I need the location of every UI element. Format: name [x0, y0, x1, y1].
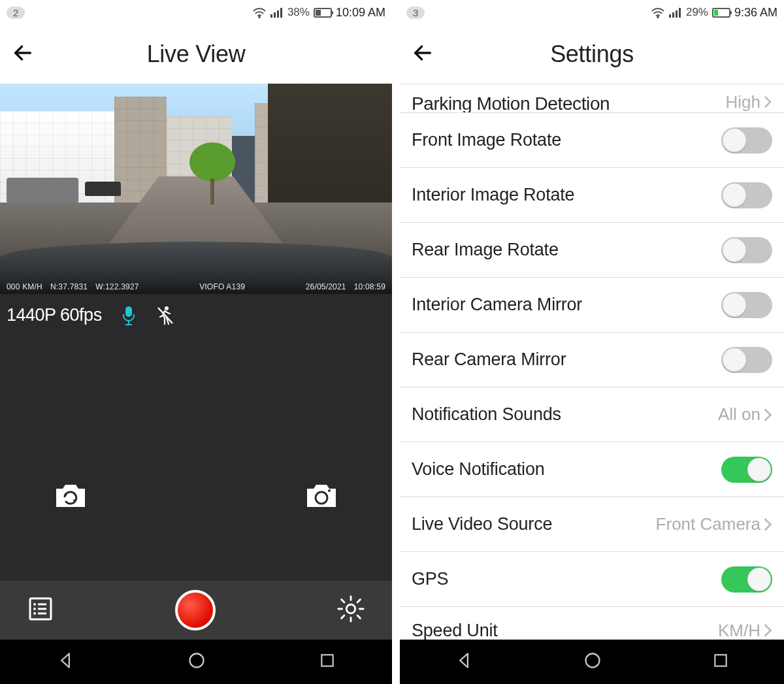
setting-row-parking-motion-detection[interactable]: Parking Motion Detection High	[400, 84, 784, 113]
toggle-rear-camera-mirror[interactable]	[721, 347, 772, 373]
setting-row-interior-camera-mirror[interactable]: Interior Camera Mirror	[400, 278, 784, 333]
microphone-icon[interactable]	[119, 304, 139, 327]
status-bar: 3 29% 9:36 AM	[400, 0, 784, 25]
wifi-icon	[651, 7, 665, 18]
svg-rect-2	[274, 12, 276, 18]
snapshot-button[interactable]	[303, 481, 340, 515]
battery-icon	[314, 8, 332, 18]
motion-detection-off-icon[interactable]	[155, 304, 175, 327]
svg-rect-25	[676, 10, 678, 18]
setting-value: All on	[718, 404, 772, 425]
page-title: Settings	[550, 41, 634, 68]
live-view-controls-area	[0, 336, 392, 581]
phone-live-view: 2 38% 10:09 AM Live View	[0, 0, 392, 684]
overlay-lat: N:37.7831	[50, 282, 88, 291]
svg-point-27	[585, 654, 599, 668]
svg-rect-28	[715, 655, 726, 666]
clock: 9:36 AM	[734, 6, 777, 20]
setting-row-live-video-source[interactable]: Live Video SourceFront Camera	[400, 497, 784, 552]
toggle-voice-notification[interactable]	[721, 457, 772, 483]
setting-value: High	[726, 95, 772, 108]
svg-point-11	[328, 489, 331, 492]
video-overlay-text: 000 KM/H N:37.7831 W:122.3927 VIOFO A139…	[0, 282, 392, 291]
svg-rect-1	[270, 14, 272, 18]
video-info-bar: 1440P 60fps	[0, 294, 392, 336]
nav-back-button[interactable]	[455, 651, 473, 672]
nav-home-button[interactable]	[583, 651, 602, 672]
battery-percentage: 29%	[686, 6, 708, 19]
setting-row-rear-camera-mirror[interactable]: Rear Camera Mirror	[400, 333, 784, 387]
svg-rect-3	[277, 10, 279, 18]
record-button[interactable]	[175, 590, 216, 630]
nav-home-button[interactable]	[188, 651, 206, 672]
android-nav-bar	[400, 640, 784, 684]
switch-camera-button[interactable]	[52, 481, 89, 515]
settings-button[interactable]	[336, 594, 366, 627]
toggle-front-image-rotate[interactable]	[721, 127, 772, 154]
resolution-label: 1440P 60fps	[7, 305, 102, 325]
nav-back-button[interactable]	[56, 651, 74, 672]
setting-row-interior-image-rotate[interactable]: Interior Image Rotate	[400, 168, 784, 223]
setting-row-notification-sounds[interactable]: Notification SoundsAll on	[400, 387, 784, 442]
setting-row-speed-unit[interactable]: Speed UnitKM/H	[400, 607, 784, 640]
svg-rect-24	[672, 12, 674, 18]
nav-recents-button[interactable]	[319, 652, 336, 672]
setting-label: Interior Image Rotate	[412, 185, 574, 205]
setting-label: Speed Unit	[412, 621, 498, 640]
setting-row-rear-image-rotate[interactable]: Rear Image Rotate	[400, 223, 784, 278]
signal-icon	[270, 7, 284, 18]
status-bar: 2 38% 10:09 AM	[0, 0, 392, 25]
title-bar: Settings	[400, 25, 784, 84]
svg-point-20	[189, 654, 203, 668]
setting-value: KM/H	[718, 621, 772, 640]
setting-label: Front Image Rotate	[412, 130, 561, 150]
setting-label: Voice Notification	[412, 459, 545, 480]
battery-percentage: 38%	[287, 6, 310, 19]
overlay-time: 10:08:59	[354, 282, 385, 291]
setting-label: Rear Image Rotate	[412, 240, 559, 260]
svg-rect-23	[669, 14, 671, 18]
notification-count-badge: 3	[406, 7, 425, 19]
setting-label: Notification Sounds	[412, 404, 561, 425]
overlay-speed: 000 KM/H	[7, 282, 42, 291]
settings-list[interactable]: Parking Motion Detection High Front Imag…	[400, 84, 784, 640]
setting-label: GPS	[412, 569, 448, 589]
svg-point-8	[165, 306, 169, 310]
live-video-feed[interactable]: 000 KM/H N:37.7831 W:122.3927 VIOFO A139…	[0, 84, 392, 294]
phone-settings: 3 29% 9:36 AM Settings	[400, 0, 784, 684]
svg-point-22	[657, 16, 659, 18]
signal-icon	[669, 7, 682, 18]
overlay-model: VIOFO A139	[199, 282, 245, 291]
nav-recents-button[interactable]	[712, 652, 729, 672]
toggle-interior-image-rotate[interactable]	[721, 182, 772, 208]
file-list-button[interactable]	[26, 594, 55, 626]
setting-label: Rear Camera Mirror	[412, 350, 566, 370]
bottom-toolbar	[0, 581, 392, 640]
setting-row-gps[interactable]: GPS	[400, 552, 784, 607]
back-button[interactable]	[12, 42, 34, 67]
setting-label: Parking Motion Detection	[412, 99, 610, 108]
notification-count-badge: 2	[7, 7, 25, 19]
setting-value: Front Camera	[656, 514, 772, 534]
svg-rect-4	[280, 8, 282, 18]
toggle-gps[interactable]	[721, 566, 772, 593]
toggle-rear-image-rotate[interactable]	[721, 237, 772, 263]
battery-charging-icon	[712, 8, 730, 18]
svg-rect-21	[321, 655, 333, 666]
svg-point-19	[346, 604, 355, 613]
setting-label: Interior Camera Mirror	[412, 295, 582, 315]
title-bar: Live View	[0, 25, 392, 84]
setting-row-voice-notification[interactable]: Voice Notification	[400, 442, 784, 497]
svg-point-0	[259, 16, 260, 18]
setting-row-front-image-rotate[interactable]: Front Image Rotate	[400, 113, 784, 168]
overlay-date: 26/05/2021	[306, 282, 346, 291]
android-nav-bar	[0, 640, 392, 684]
svg-rect-5	[125, 306, 132, 317]
back-button[interactable]	[412, 42, 434, 67]
setting-label: Live Video Source	[412, 514, 552, 534]
overlay-lon: W:122.3927	[95, 282, 139, 291]
wifi-icon	[252, 7, 267, 18]
toggle-interior-camera-mirror[interactable]	[721, 292, 772, 318]
clock: 10:09 AM	[336, 6, 385, 20]
page-title: Live View	[147, 41, 246, 68]
